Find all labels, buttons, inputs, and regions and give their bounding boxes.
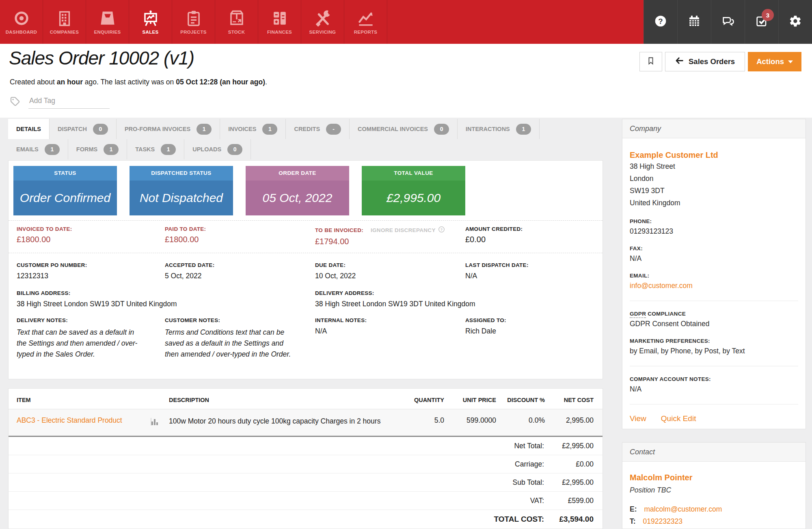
order-date-card: ORDER DATE 05 Oct, 2022 (246, 166, 349, 215)
field-value: 38 High Street London SW19 3DT United Ki… (315, 300, 603, 308)
email-link[interactable]: info@customer.com (630, 282, 798, 290)
help-button[interactable]: ? (644, 0, 677, 44)
tab-uploads[interactable]: UPLOADS0 (184, 139, 251, 159)
item-description: 100w Motor 20 hours duty cycle 100kg cap… (169, 416, 398, 426)
projects-icon (185, 10, 202, 27)
tab-details[interactable]: DETAILS (8, 119, 50, 139)
divider (630, 366, 798, 366)
total-value: £599.00 (544, 497, 594, 505)
tab-interactions[interactable]: INTERACTIONS1 (458, 119, 540, 139)
item-link[interactable]: ABC3 - Electric Standard Product (17, 416, 122, 424)
svg-text:?: ? (658, 17, 663, 26)
sub-total-row: Sub Total: £2,995.00 (9, 473, 603, 492)
tab-emails[interactable]: EMAILS1 (8, 139, 68, 159)
contact-phone-label: T: (630, 517, 636, 526)
back-to-sales-orders-button[interactable]: Sales Orders (665, 52, 745, 71)
status-card-value: 05 Oct, 2022 (246, 181, 349, 215)
total-label: TOTAL COST: (494, 515, 544, 524)
field-label: PAID TO DATE: (165, 226, 315, 232)
contact-phone-link[interactable]: 0192232323 (643, 517, 682, 526)
column-header-net-cost: NET COST (545, 397, 594, 403)
bookmark-button[interactable] (639, 52, 662, 71)
field-value: Terms and Conditions text that can be sa… (165, 327, 315, 360)
nav-item-dashboard[interactable]: DASHBOARD (0, 0, 43, 44)
nav-toolbar: ? 3 (644, 0, 812, 44)
company-address-line: United Kingdom (630, 197, 798, 209)
customer-notes: CUSTOMER NOTES: Terms and Conditions tex… (165, 317, 315, 360)
field-label: DELIVERY ADDRESS: (315, 290, 603, 296)
contact-email-row: E: malcolm@customer.com (630, 505, 798, 514)
status-card: STATUS Order Confirmed (13, 166, 117, 215)
bar-chart-icon[interactable] (151, 416, 169, 428)
tab-bar: DETAILS DISPATCH0 PRO-FORMA INVOICES1 IN… (8, 119, 603, 159)
calendar-icon (688, 15, 701, 29)
nav-item-label: SERVICING (309, 30, 336, 34)
item-unit-price: 599.0000 (444, 416, 496, 425)
contact-panel-title: Contact (622, 443, 806, 462)
actions-button[interactable]: Actions (748, 52, 801, 71)
tab-credits[interactable]: CREDITS- (286, 119, 350, 139)
contact-name-link[interactable]: Malcolm Pointer (630, 473, 798, 482)
tab-pro-forma-invoices[interactable]: PRO-FORMA INVOICES1 (117, 119, 220, 139)
item-net-cost: 2,995.00 (545, 416, 594, 425)
nav-item-label: DASHBOARD (6, 30, 37, 34)
field-value: 10 Oct, 2022 (315, 272, 465, 280)
nav-item-label: REPORTS (354, 30, 378, 34)
divider (630, 404, 798, 404)
tab-tasks[interactable]: TASKS1 (127, 139, 184, 159)
contact-email-link[interactable]: malcolm@customer.com (644, 505, 722, 514)
settings-button[interactable] (778, 0, 812, 44)
nav-item-label: COMPANIES (50, 30, 79, 34)
field-value: £0.00 (465, 235, 603, 244)
stock-icon (228, 10, 245, 27)
company-name-link[interactable]: Example Customer Ltd (630, 151, 798, 160)
nav-item-projects[interactable]: PROJECTS (172, 0, 215, 44)
field-value: 5 Oct, 2022 (165, 272, 315, 280)
calendar-button[interactable] (677, 0, 711, 44)
tab-commercial-invoices[interactable]: COMMERCIAL INVOICES0 (350, 119, 458, 139)
tab-label: INVOICES (228, 126, 256, 132)
nav-item-enquiries[interactable]: ENQUIRIES (86, 0, 129, 44)
messages-button[interactable] (711, 0, 745, 44)
nav-item-finances[interactable]: FINANCES (258, 0, 301, 44)
tasks-button[interactable]: 3 (745, 0, 778, 44)
column-header-unit-price: UNIT PRICE (444, 397, 496, 403)
carriage-row: Carriage: £0.00 (9, 455, 603, 473)
page-subtitle: Created about an hour ago. The last acti… (10, 78, 267, 86)
tab-count-badge: 1 (197, 124, 212, 135)
add-tag-input[interactable]: Add Tag (28, 96, 110, 109)
quick-edit-link[interactable]: Quick Edit (661, 414, 696, 423)
delivery-address: DELIVERY ADDRESS: 38 High Street London … (315, 290, 603, 308)
nav-item-servicing[interactable]: SERVICING (301, 0, 344, 44)
tab-label: DETAILS (16, 126, 41, 132)
status-card-label: STATUS (13, 166, 117, 181)
nav-item-sales[interactable]: SALES (129, 0, 172, 44)
nav-item-stock[interactable]: STOCK (215, 0, 258, 44)
status-card-value: Not Dispatched (130, 181, 233, 215)
due-date: DUE DATE: 10 Oct, 2022 (315, 262, 465, 280)
nav-item-label: FINANCES (267, 30, 292, 34)
tab-forms[interactable]: FORMS1 (68, 139, 127, 159)
tab-count-badge: 1 (104, 144, 119, 155)
chevron-down-icon (788, 60, 793, 63)
enquiries-icon (99, 10, 116, 27)
company-address-line: 38 High Street (630, 161, 798, 172)
status-card-label: DISPATCHED STATUS (130, 166, 233, 181)
nav-item-reports[interactable]: REPORTS (344, 0, 387, 44)
tab-invoices[interactable]: INVOICES1 (220, 119, 286, 139)
field-label: INVOICED TO DATE: (17, 226, 165, 232)
field-value: Rich Dale (465, 327, 603, 335)
tab-dispatch[interactable]: DISPATCH0 (50, 119, 117, 139)
ignore-discrepancy-label: IGNORE DISCREPANCY (371, 227, 436, 233)
nav-item-companies[interactable]: COMPANIES (43, 0, 86, 44)
field-label: ASSIGNED TO: (465, 317, 603, 323)
ignore-discrepancy-toggle[interactable]: IGNORE DISCREPANCY? (371, 226, 445, 234)
status-card-label: TOTAL VALUE (362, 166, 465, 181)
company-account-notes-label: COMPANY ACCOUNT NOTES: (630, 376, 798, 382)
total-label: Carriage: (515, 460, 544, 469)
notes-row: DELIVERY NOTES: Text that can be saved a… (9, 317, 603, 368)
dispatched-status-card: DISPATCHED STATUS Not Dispatched (130, 166, 233, 215)
total-value: £0.00 (544, 460, 594, 469)
view-link[interactable]: View (630, 414, 646, 423)
table-row: ABC3 - Electric Standard Product 100w Mo… (9, 409, 603, 437)
